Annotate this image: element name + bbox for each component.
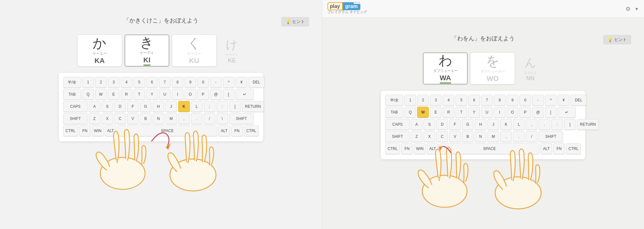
key-bracket-close[interactable]: ] [229,101,241,112]
rkey-9[interactable]: 9 [507,95,518,106]
key-h[interactable]: H [153,101,164,112]
key-7[interactable]: 7 [159,77,171,88]
key-s[interactable]: S [102,101,113,112]
rkey-slash[interactable]: / [526,131,537,142]
key-d[interactable]: D [114,101,126,112]
rkey-x[interactable]: X [424,131,435,142]
key-z[interactable]: Z [89,113,100,124]
key-t[interactable]: T [134,89,145,100]
key-semicolon[interactable]: ; [204,101,215,112]
key-q[interactable]: Q [82,89,94,100]
rkey-8[interactable]: 8 [494,95,505,106]
kana-card-wo[interactable]: を ダブリューオー WO [470,52,515,84]
key-backslash[interactable]: \ [217,113,228,124]
key-m[interactable]: M [165,113,177,124]
rkey-4[interactable]: 4 [443,95,454,106]
rkey-caps[interactable]: CAPS [385,119,410,130]
rkey-caret[interactable]: ^ [545,95,556,106]
key-caret[interactable]: ^ [223,77,234,88]
key-1[interactable]: 1 [82,77,94,88]
rkey-2[interactable]: 2 [417,95,429,106]
left-hint-button[interactable]: 💡 ヒント [281,17,309,27]
rkey-r[interactable]: R [443,107,454,118]
rkey-ctrl-left[interactable]: CTRL [385,143,400,154]
key-fn-left[interactable]: FN [79,125,91,136]
rkey-return[interactable]: RETURN [577,119,599,130]
key-b[interactable]: B [140,113,151,124]
key-u[interactable]: U [159,89,171,100]
rkey-bracket-open[interactable]: [ [545,107,556,118]
rkey-c[interactable]: C [436,131,448,142]
key-at[interactable]: @ [210,89,222,100]
key-n[interactable]: N [153,113,164,124]
key-v[interactable]: V [127,113,139,124]
key-l[interactable]: L [191,101,203,112]
rkey-v[interactable]: V [449,131,461,142]
rkey-yen[interactable]: ¥ [558,95,569,106]
rkey-m[interactable]: M [487,131,499,142]
key-comma[interactable]: , [178,113,190,124]
key-shift-left[interactable]: SHIFT [63,113,88,124]
rkey-u[interactable]: U [481,107,493,118]
key-ctrl-left[interactable]: CTRL [63,125,78,136]
key-o[interactable]: O [185,89,196,100]
rkey-alt-right[interactable]: ALT [540,143,552,154]
rkey-6[interactable]: 6 [468,95,480,106]
rkey-tab[interactable]: TAB [385,107,403,118]
key-ctrl-right[interactable]: CTRL [244,125,259,136]
key-bracket-open[interactable]: [ [223,89,234,100]
key-g[interactable]: G [140,101,151,112]
rkey-q[interactable]: Q [404,107,416,118]
chevron-down-icon[interactable]: ▼ [634,6,639,12]
key-slash[interactable]: / [204,113,215,124]
rkey-period[interactable]: . [513,131,525,142]
key-a[interactable]: A [89,101,100,112]
key-5[interactable]: 5 [134,77,145,88]
rkey-a[interactable]: A [411,119,422,130]
rkey-l[interactable]: L [513,119,525,130]
key-2[interactable]: 2 [95,77,107,88]
rkey-fn-right[interactable]: FN [553,143,565,154]
key-enter-symbol[interactable]: ↵ [236,89,254,100]
rkey-enter-symbol[interactable]: ↵ [558,107,576,118]
rkey-1[interactable]: 1 [404,95,416,106]
rkey-comma[interactable]: , [500,131,512,142]
rkey-z[interactable]: Z [411,131,422,142]
rkey-win[interactable]: WIN [414,143,425,154]
rkey-alt-left[interactable]: ALT [427,143,438,154]
key-minus[interactable]: - [210,77,222,88]
rkey-shift-right[interactable]: SHIFT [539,131,563,142]
rkey-bracket-close[interactable]: ] [564,119,576,130]
key-0[interactable]: 0 [197,77,209,88]
key-win[interactable]: WIN [92,125,103,136]
rkey-j[interactable]: J [487,119,499,130]
kana-card-ki[interactable]: き ケーアイ KI [125,35,169,67]
rkey-3[interactable]: 3 [430,95,441,106]
rkey-p[interactable]: P [519,107,531,118]
key-i[interactable]: I [172,89,183,100]
rkey-b[interactable]: B [462,131,473,142]
key-j[interactable]: J [165,101,177,112]
kana-card-ka[interactable]: か ケーエー KA [77,35,122,67]
key-alt-left[interactable]: ALT [105,125,116,136]
key-space[interactable]: SPACE [118,125,217,136]
key-del[interactable]: DEL [249,77,264,88]
key-caps[interactable]: CAPS [63,101,88,112]
key-p[interactable]: P [197,89,209,100]
rkey-f[interactable]: F [449,119,461,130]
key-colon[interactable]: : [217,101,228,112]
rkey-i[interactable]: I [494,107,505,118]
rkey-at[interactable]: @ [532,107,544,118]
right-hint-button[interactable]: 💡 ヒント [603,35,631,44]
rkey-comma2[interactable]: , [526,119,537,130]
rkey-colon[interactable]: : [551,119,563,130]
key-4[interactable]: 4 [121,77,132,88]
rkey-fn-left[interactable]: FN [401,143,413,154]
key-x[interactable]: X [102,113,113,124]
key-fn-right[interactable]: FN [231,125,243,136]
key-yen[interactable]: ¥ [236,77,247,88]
key-8[interactable]: 8 [172,77,183,88]
kana-card-ku[interactable]: く ケーユー KU [172,35,217,67]
rkey-0[interactable]: 0 [519,95,531,106]
key-k-highlighted[interactable]: K [178,101,190,112]
